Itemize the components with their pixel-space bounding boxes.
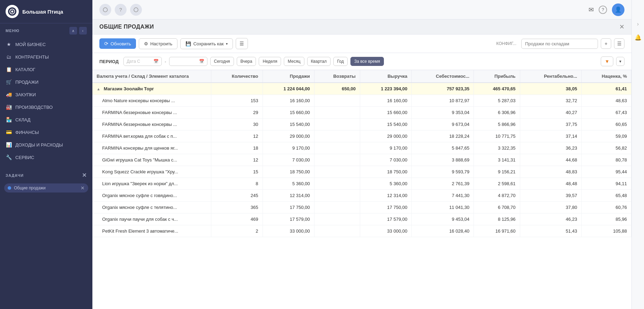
product-markup-cell: 65,48 (582, 190, 631, 202)
sidebar-item-finance[interactable]: 💳 ФИНАНСЫ (0, 126, 92, 138)
product-revenue-cell: 9 170,00 (360, 142, 411, 154)
avatar[interactable]: 👤 (612, 3, 624, 16)
period-month-btn[interactable]: Месяц (284, 57, 304, 66)
store-profit-cell: 465 470,65 (474, 83, 520, 95)
menu-icon-button[interactable]: ☰ (236, 38, 248, 49)
product-cost-cell: 2 761,39 (412, 178, 474, 190)
product-returns-cell (314, 213, 360, 225)
page-close-icon[interactable]: ✕ (619, 23, 624, 31)
table-header-row: Валюта учета / Склад / Элемент каталога … (92, 70, 631, 83)
topbar-menu-btn[interactable] (130, 4, 142, 16)
product-markup-cell: 60,65 (582, 119, 631, 130)
sidebar-item-service[interactable]: 🔧 СЕРВИС (0, 151, 92, 164)
store-margin-cell: 38,05 (520, 83, 582, 95)
period-today-btn[interactable]: Сегодня (210, 57, 234, 66)
product-profit-cell: 5 287,03 (474, 95, 520, 107)
product-cost-cell: 9 673,04 (412, 119, 474, 130)
store-name-cell: ▲ Магазин Зоолайн Торг (92, 83, 211, 95)
store-cost-cell: 757 923,35 (412, 83, 474, 95)
sidebar-item-warehouse[interactable]: 🏪 СКЛАД (0, 113, 92, 126)
product-sales-cell: 15 660,00 (263, 107, 314, 119)
product-markup-cell: 95,44 (582, 166, 631, 178)
right-sidebar-toggle[interactable]: › (637, 21, 639, 27)
sidebar-item-contractors[interactable]: 🗂 КОНТРАГЕНТЫ (0, 51, 92, 63)
product-name-cell: Almo Nature консервы консервы ... (92, 95, 211, 107)
task-item-close-icon[interactable]: ✕ (81, 185, 85, 191)
sidebar-item-my-business[interactable]: ★ МОЙ БИЗНЕС (0, 38, 92, 51)
period-year-btn[interactable]: Год (333, 57, 348, 66)
tasks-close-icon[interactable]: ✕ (82, 172, 87, 179)
table-row: Organix мясное суфле с телятино... 365 1… (92, 202, 631, 213)
mail-icon[interactable]: ✉ (589, 6, 594, 14)
save-as-button[interactable]: 💾 Сохранить как ▾ (180, 38, 233, 49)
topbar-back-btn[interactable] (99, 4, 111, 16)
product-qty-cell: 245 (211, 190, 263, 202)
topbar: ? ✉ ? 👤 (92, 0, 631, 20)
product-cost-cell: 7 441,30 (412, 190, 474, 202)
right-sidebar: › 🔔 (631, 0, 644, 309)
menu-hide-btn[interactable]: ‹ (79, 27, 87, 35)
contractors-icon: 🗂 (6, 54, 12, 60)
product-revenue-cell: 18 750,00 (360, 166, 411, 178)
product-margin-cell: 37,14 (520, 130, 582, 142)
store-name: Магазин Зоолайн Торг (104, 86, 154, 91)
sidebar-item-purchases[interactable]: 🚚 ЗАКУПКИ (0, 88, 92, 101)
sidebar-item-label: КОНТРАГЕНТЫ (15, 54, 87, 60)
task-item[interactable]: Общие продажи ✕ (4, 183, 88, 193)
table-row: FARMINA беззерновые консервы ... 29 15 6… (92, 107, 631, 119)
notification-bell-icon[interactable]: 🔔 (635, 34, 642, 41)
product-returns-cell (314, 119, 360, 130)
period-all-time-btn[interactable]: За все время (350, 57, 384, 66)
filter-button[interactable]: ▼ (601, 56, 613, 66)
product-qty-cell: 153 (211, 95, 263, 107)
list-config-button[interactable]: ☰ (614, 38, 624, 49)
svg-point-2 (11, 10, 13, 13)
config-search-input[interactable] (521, 39, 598, 49)
product-returns-cell (314, 107, 360, 119)
product-margin-cell: 40,27 (520, 107, 582, 119)
product-margin-cell: 37,80 (520, 202, 582, 213)
sidebar-item-production[interactable]: 🏭 ПРОИЗВОДСТВО (0, 101, 92, 113)
sidebar-item-label: МОЙ БИЗНЕС (15, 42, 87, 47)
period-label: ПЕРИОД (99, 59, 119, 64)
sidebar-item-label: СКЛАД (15, 117, 87, 122)
warehouse-icon: 🏪 (6, 116, 12, 123)
store-qty-cell (211, 83, 263, 95)
product-sales-cell: 17 750,00 (263, 202, 314, 213)
product-revenue-cell: 12 314,00 (360, 190, 411, 202)
sidebar-item-label: ЗАКУПКИ (15, 92, 87, 97)
date-from-input[interactable]: Дата С 📅 (123, 57, 162, 66)
date-to-input[interactable]: 📅 (169, 57, 207, 66)
product-markup-cell: 105,88 (582, 225, 631, 237)
sidebar-item-income-expenses[interactable]: 📊 ДОХОДЫ И РАСХОДЫ (0, 138, 92, 151)
product-revenue-cell: 5 360,00 (360, 178, 411, 190)
tasks-header: ЗАДАЧИ ✕ (0, 169, 92, 181)
product-sales-cell: 16 160,00 (263, 95, 314, 107)
period-yesterday-btn[interactable]: Вчера (237, 57, 256, 66)
refresh-button[interactable]: ⟳ Обновить (99, 38, 136, 49)
sales-table-container[interactable]: Валюта учета / Склад / Элемент каталога … (92, 70, 631, 309)
sidebar-item-catalog[interactable]: 📋 КАТАЛОГ (0, 63, 92, 76)
product-profit-cell: 2 598,61 (474, 178, 520, 190)
sidebar-item-label: ПРОДАЖИ (15, 80, 87, 85)
product-returns-cell (314, 154, 360, 166)
period-collapse-btn[interactable]: ▾ (616, 57, 624, 66)
sidebar-brand-text: Большая Птица (22, 9, 63, 15)
table-row: PetKit Fresh Element 3 автоматиче... 2 3… (92, 225, 631, 237)
product-revenue-cell: 33 000,00 (360, 225, 411, 237)
help-circle-icon[interactable]: ? (599, 6, 607, 14)
period-week-btn[interactable]: Неделя (259, 57, 281, 66)
add-config-button[interactable]: + (601, 38, 611, 49)
product-cost-cell: 5 847,65 (412, 142, 474, 154)
menu-collapse-btn[interactable]: ∧ (69, 27, 77, 35)
product-returns-cell (314, 95, 360, 107)
sidebar-item-sales[interactable]: 🛒 ПРОДАЖИ (0, 76, 92, 88)
configure-button[interactable]: ⚙ Настроить (139, 38, 178, 49)
period-row: ПЕРИОД Дата С 📅 - 📅 Сегодня Вчера Неделя… (92, 53, 631, 70)
row-collapse-icon[interactable]: ▲ (97, 87, 100, 91)
product-qty-cell: 29 (211, 107, 263, 119)
topbar-help-btn[interactable]: ? (115, 4, 127, 16)
table-row: FARMINA беззерновые консервы ... 30 15 5… (92, 119, 631, 130)
period-quarter-btn[interactable]: Квартал (307, 57, 331, 66)
toolbar: ⟳ Обновить ⚙ Настроить 💾 Сохранить как ▾… (92, 35, 631, 53)
